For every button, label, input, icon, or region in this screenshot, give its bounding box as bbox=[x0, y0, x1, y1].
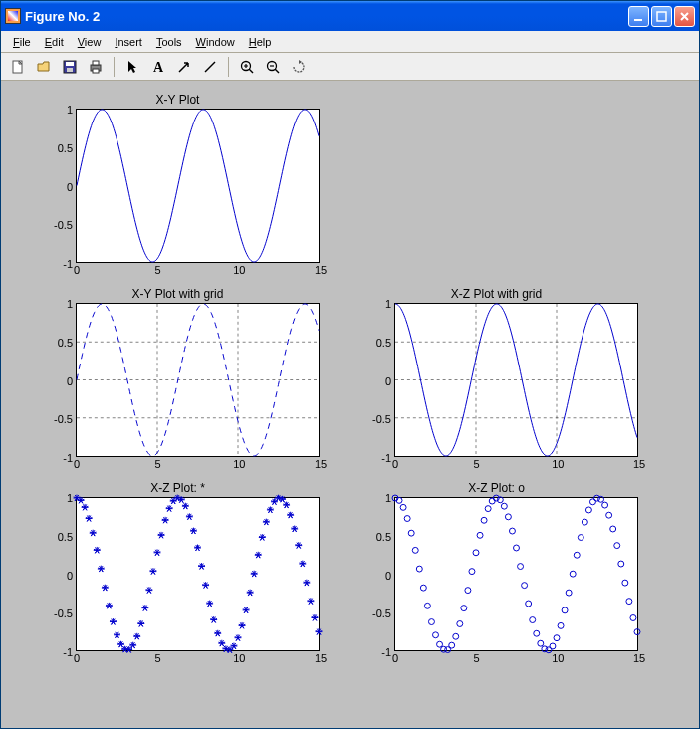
svg-point-24 bbox=[400, 504, 406, 510]
zoom-out-button[interactable] bbox=[262, 56, 284, 78]
menu-window[interactable]: Window bbox=[190, 34, 241, 50]
svg-point-53 bbox=[518, 564, 524, 570]
figure-window: Figure No. 2 File Edit View Insert Tools… bbox=[0, 0, 700, 729]
maximize-button[interactable] bbox=[651, 6, 672, 27]
minimize-button[interactable] bbox=[628, 6, 649, 27]
titlebar[interactable]: Figure No. 2 bbox=[1, 1, 699, 31]
pointer-button[interactable] bbox=[121, 56, 143, 78]
svg-point-74 bbox=[602, 502, 608, 508]
svg-point-56 bbox=[530, 617, 536, 623]
plot-xy_grid[interactable]: X-Y Plot with grid -1-0.500.51051015 bbox=[36, 287, 320, 457]
svg-rect-7 bbox=[93, 61, 99, 65]
xtick-label: 0 bbox=[74, 652, 80, 664]
toolbar-separator bbox=[114, 57, 115, 77]
svg-point-59 bbox=[542, 646, 548, 652]
ytick-label: -1 bbox=[361, 646, 391, 658]
ytick-label: -1 bbox=[43, 646, 73, 658]
svg-point-25 bbox=[404, 516, 410, 522]
xtick-label: 15 bbox=[633, 458, 645, 470]
svg-rect-5 bbox=[67, 68, 73, 72]
svg-point-52 bbox=[514, 545, 520, 551]
svg-rect-8 bbox=[93, 69, 99, 73]
svg-point-79 bbox=[622, 580, 628, 586]
ytick-label: 1 bbox=[43, 298, 73, 310]
plot-xy[interactable]: X-Y Plot -1-0.500.51051015 bbox=[36, 93, 320, 263]
svg-point-55 bbox=[526, 601, 532, 607]
svg-rect-4 bbox=[66, 62, 74, 66]
ytick-label: 0.5 bbox=[43, 337, 73, 349]
ytick-label: -0.5 bbox=[43, 413, 73, 425]
svg-point-42 bbox=[473, 550, 479, 556]
svg-point-51 bbox=[509, 528, 515, 534]
rotate-button[interactable] bbox=[288, 56, 310, 78]
xtick-label: 15 bbox=[315, 652, 327, 664]
svg-point-62 bbox=[554, 635, 560, 641]
ytick-label: 1 bbox=[361, 298, 391, 310]
svg-point-41 bbox=[469, 569, 475, 575]
window-title: Figure No. 2 bbox=[25, 9, 628, 24]
menu-file[interactable]: File bbox=[7, 34, 37, 50]
ytick-label: 0.5 bbox=[43, 531, 73, 543]
print-button[interactable] bbox=[85, 56, 107, 78]
xtick-label: 0 bbox=[392, 458, 398, 470]
ytick-label: 0.5 bbox=[361, 531, 391, 543]
plot-title: X-Z Plot: o bbox=[354, 481, 638, 495]
menu-insert[interactable]: Insert bbox=[109, 34, 148, 50]
menu-tools[interactable]: Tools bbox=[150, 34, 188, 50]
ytick-label: 1 bbox=[43, 492, 73, 504]
svg-point-75 bbox=[606, 512, 612, 518]
svg-point-32 bbox=[433, 632, 439, 638]
xtick-label: 10 bbox=[233, 264, 245, 276]
plot-title: X-Z Plot: * bbox=[36, 481, 320, 495]
plot-title: X-Y Plot with grid bbox=[36, 287, 320, 301]
svg-point-69 bbox=[582, 519, 587, 525]
text-button[interactable]: A bbox=[147, 56, 169, 78]
svg-point-28 bbox=[416, 566, 422, 572]
svg-point-26 bbox=[408, 530, 414, 536]
ytick-label: 1 bbox=[43, 104, 73, 116]
plot-xz_o[interactable]: X-Z Plot: o -1-0.500.51051015 bbox=[354, 481, 638, 651]
new-button[interactable] bbox=[7, 56, 29, 78]
svg-point-73 bbox=[598, 496, 604, 502]
line-button[interactable] bbox=[199, 56, 221, 78]
ytick-label: -1 bbox=[43, 452, 73, 464]
ytick-label: 0 bbox=[361, 570, 391, 582]
svg-point-77 bbox=[614, 543, 620, 549]
menubar: File Edit View Insert Tools Window Help bbox=[1, 31, 699, 53]
menu-help[interactable]: Help bbox=[243, 34, 278, 50]
xtick-label: 5 bbox=[155, 652, 161, 664]
close-button[interactable] bbox=[674, 6, 695, 27]
svg-rect-0 bbox=[634, 19, 642, 21]
svg-point-40 bbox=[465, 588, 471, 594]
ytick-label: 0 bbox=[361, 375, 391, 387]
matlab-icon bbox=[5, 8, 21, 24]
menu-edit[interactable]: Edit bbox=[39, 34, 70, 50]
menu-view[interactable]: View bbox=[72, 34, 108, 50]
ytick-label: -0.5 bbox=[43, 608, 73, 619]
svg-point-65 bbox=[566, 590, 572, 596]
svg-point-76 bbox=[610, 526, 616, 532]
svg-point-58 bbox=[538, 640, 544, 646]
xtick-label: 10 bbox=[552, 458, 564, 470]
save-button[interactable] bbox=[59, 56, 81, 78]
plot-xz_star[interactable]: X-Z Plot: * -1-0.500.51051015 bbox=[36, 481, 320, 651]
svg-text:A: A bbox=[153, 60, 164, 75]
svg-point-33 bbox=[437, 641, 443, 647]
xtick-label: 15 bbox=[633, 652, 645, 664]
svg-rect-1 bbox=[657, 12, 666, 21]
xtick-label: 10 bbox=[233, 458, 245, 470]
svg-point-80 bbox=[626, 599, 632, 605]
svg-point-45 bbox=[485, 506, 491, 512]
arrow-button[interactable] bbox=[173, 56, 195, 78]
zoom-in-button[interactable] bbox=[236, 56, 258, 78]
svg-point-46 bbox=[489, 498, 495, 504]
open-button[interactable] bbox=[33, 56, 55, 78]
ytick-label: -0.5 bbox=[43, 219, 73, 231]
ytick-label: 0.5 bbox=[361, 337, 391, 349]
ytick-label: 0 bbox=[43, 570, 73, 582]
xtick-label: 0 bbox=[392, 652, 398, 664]
plot-xz_grid[interactable]: X-Z Plot with grid -1-0.500.51051015 bbox=[354, 287, 638, 457]
plot-title: X-Z Plot with grid bbox=[354, 287, 638, 301]
ytick-label: -1 bbox=[361, 452, 391, 464]
ytick-label: 0.5 bbox=[43, 142, 73, 154]
